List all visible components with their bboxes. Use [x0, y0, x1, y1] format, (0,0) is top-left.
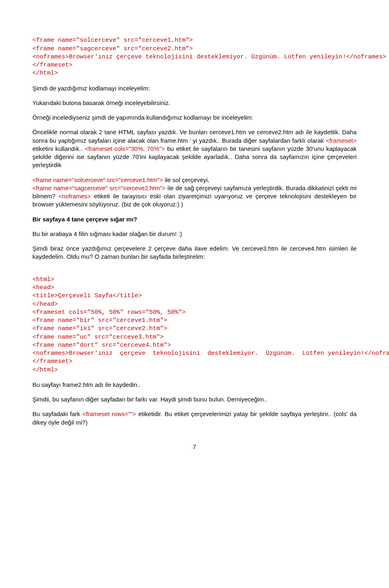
inline-code: <noframes>	[58, 193, 91, 200]
code-line: <frame name="uc" src="cerceve3.htm">	[32, 334, 164, 341]
code-line: </html>	[32, 367, 58, 373]
inline-code: <frame name="sagcerceve" src="cerceve2.h…	[32, 185, 166, 191]
code-line: </frameset>	[32, 62, 73, 69]
inline-code: <frame name="solcerceve" src="cerceve1.h…	[32, 176, 163, 183]
code-line: </noframes>	[364, 350, 389, 357]
code-line: <noframes>	[32, 54, 69, 60]
code-block-1: <frame name="solcerceve" src="cerceve1.h…	[32, 28, 357, 78]
inline-code: <frameset>	[326, 137, 357, 144]
paragraph: Örneği incelediyseniz şimdi de yapımında…	[32, 114, 357, 122]
text: etiketini kullandık..	[32, 145, 85, 152]
text: ile sol çerçeveyi,	[163, 176, 209, 183]
code-line: <html>	[32, 276, 54, 283]
inline-code: <frameset rows="">	[82, 410, 136, 417]
code-line: <head>	[32, 284, 54, 291]
code-line: </head>	[32, 301, 58, 308]
paragraph: Şimdi biraz önce yazdığımız çerçevelere …	[32, 245, 357, 261]
page-number: 7	[32, 443, 357, 451]
paragraph: Bu bir arabaya 4 filin sığması kadar ola…	[32, 230, 357, 238]
code-line: </frameset>	[32, 358, 73, 365]
code-line: <title>Çerçeveli Sayfa</title>	[32, 292, 142, 299]
code-line: </noframes>	[346, 54, 386, 60]
code-line: <frameset cols="50%, 50%" rows="50%, 50%…	[32, 309, 186, 316]
paragraph: Bu sayfadaki fark <frameset rows=""> eti…	[32, 410, 357, 427]
paragraph: Yukarıdaki butona basarak örneği inceley…	[32, 99, 357, 107]
code-text: Browser'ınız çerçeve teknolojisini deste…	[69, 54, 346, 60]
code-line: <frame name="bir" src="cerceve1.htm">	[32, 317, 167, 324]
inline-code: <frameset cols="30%, 70%">	[85, 145, 165, 152]
code-text: Browser'ınız çerçeve teknolojisini deste…	[69, 350, 364, 357]
text: Bu sayfadaki fark	[32, 410, 82, 417]
code-line: </html>	[32, 70, 58, 77]
code-line: <frame name="solcerceve" src="cerceve1.h…	[32, 37, 193, 44]
paragraph: <frame name="solcerceve" src="cerceve1.h…	[32, 176, 357, 209]
heading: Bir sayfaya 4 tane çerçeve sığar mı?	[32, 215, 357, 223]
text: Öncelikle normal olarak 2 tane HTML sayf…	[32, 129, 357, 144]
paragraph: Şimdi de yazdığımız kodlamayı inceleyeli…	[32, 84, 357, 92]
paragraph: Bu sayfayı frame2.htm adı ile kaydedin..	[32, 381, 357, 389]
paragraph: Öncelikle normal olarak 2 tane HTML sayf…	[32, 128, 357, 169]
code-block-2: <html> <head> <title>Çerçeveli Sayfa</ti…	[32, 268, 357, 374]
code-line: <frame name="iki" src="cerceve2.htm">	[32, 325, 167, 332]
paragraph: Şimdii, bu sayfanın diğer sayfadan bir f…	[32, 395, 357, 403]
code-line: <frame name="sagcerceve" src="cerceve2.h…	[32, 45, 193, 52]
code-line: <noframes>	[32, 350, 69, 357]
code-line: <frame name="dort" src="cerceve4.htm">	[32, 342, 171, 349]
